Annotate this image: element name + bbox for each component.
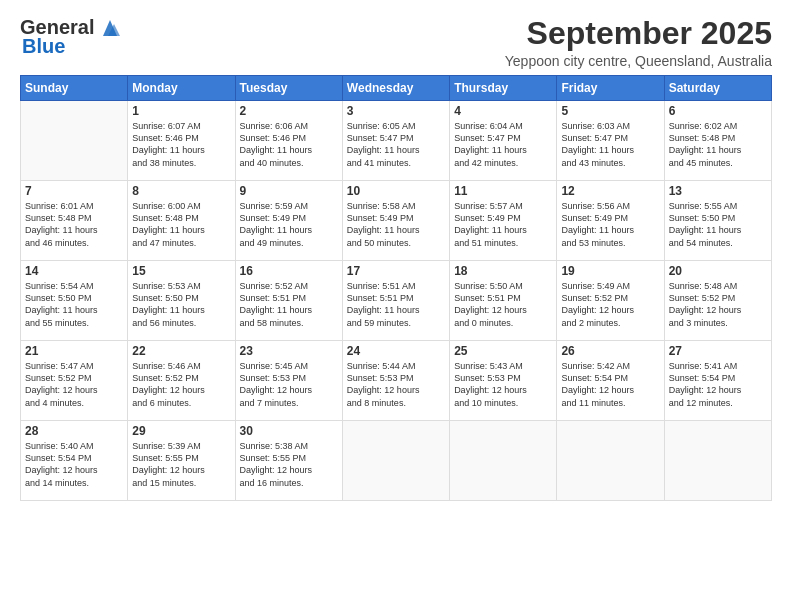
day-info: Sunrise: 5:45 AM Sunset: 5:53 PM Dayligh… [240, 360, 338, 409]
day-number: 9 [240, 184, 338, 198]
table-cell: 4Sunrise: 6:04 AM Sunset: 5:47 PM Daylig… [450, 101, 557, 181]
day-number: 4 [454, 104, 552, 118]
table-cell: 5Sunrise: 6:03 AM Sunset: 5:47 PM Daylig… [557, 101, 664, 181]
day-info: Sunrise: 5:49 AM Sunset: 5:52 PM Dayligh… [561, 280, 659, 329]
day-info: Sunrise: 5:40 AM Sunset: 5:54 PM Dayligh… [25, 440, 123, 489]
table-cell: 13Sunrise: 5:55 AM Sunset: 5:50 PM Dayli… [664, 181, 771, 261]
day-number: 25 [454, 344, 552, 358]
day-number: 2 [240, 104, 338, 118]
table-cell: 20Sunrise: 5:48 AM Sunset: 5:52 PM Dayli… [664, 261, 771, 341]
day-info: Sunrise: 5:58 AM Sunset: 5:49 PM Dayligh… [347, 200, 445, 249]
day-info: Sunrise: 6:01 AM Sunset: 5:48 PM Dayligh… [25, 200, 123, 249]
day-info: Sunrise: 5:52 AM Sunset: 5:51 PM Dayligh… [240, 280, 338, 329]
day-number: 24 [347, 344, 445, 358]
day-number: 6 [669, 104, 767, 118]
table-cell [557, 421, 664, 501]
table-cell: 16Sunrise: 5:52 AM Sunset: 5:51 PM Dayli… [235, 261, 342, 341]
week-row-5: 28Sunrise: 5:40 AM Sunset: 5:54 PM Dayli… [21, 421, 772, 501]
col-friday: Friday [557, 76, 664, 101]
logo: General Blue [20, 16, 121, 58]
day-info: Sunrise: 5:46 AM Sunset: 5:52 PM Dayligh… [132, 360, 230, 409]
day-number: 19 [561, 264, 659, 278]
header-row: Sunday Monday Tuesday Wednesday Thursday… [21, 76, 772, 101]
day-info: Sunrise: 5:42 AM Sunset: 5:54 PM Dayligh… [561, 360, 659, 409]
day-info: Sunrise: 5:41 AM Sunset: 5:54 PM Dayligh… [669, 360, 767, 409]
title-area: September 2025 Yeppoon city centre, Quee… [505, 16, 772, 69]
calendar-container: General Blue September 2025 Yeppoon city… [0, 0, 792, 612]
table-cell: 22Sunrise: 5:46 AM Sunset: 5:52 PM Dayli… [128, 341, 235, 421]
day-info: Sunrise: 5:47 AM Sunset: 5:52 PM Dayligh… [25, 360, 123, 409]
day-info: Sunrise: 5:54 AM Sunset: 5:50 PM Dayligh… [25, 280, 123, 329]
day-number: 16 [240, 264, 338, 278]
table-cell: 15Sunrise: 5:53 AM Sunset: 5:50 PM Dayli… [128, 261, 235, 341]
table-cell: 28Sunrise: 5:40 AM Sunset: 5:54 PM Dayli… [21, 421, 128, 501]
day-number: 5 [561, 104, 659, 118]
day-info: Sunrise: 5:39 AM Sunset: 5:55 PM Dayligh… [132, 440, 230, 489]
week-row-4: 21Sunrise: 5:47 AM Sunset: 5:52 PM Dayli… [21, 341, 772, 421]
day-info: Sunrise: 5:48 AM Sunset: 5:52 PM Dayligh… [669, 280, 767, 329]
table-cell: 10Sunrise: 5:58 AM Sunset: 5:49 PM Dayli… [342, 181, 449, 261]
day-info: Sunrise: 5:50 AM Sunset: 5:51 PM Dayligh… [454, 280, 552, 329]
day-info: Sunrise: 5:59 AM Sunset: 5:49 PM Dayligh… [240, 200, 338, 249]
table-cell [664, 421, 771, 501]
table-cell: 6Sunrise: 6:02 AM Sunset: 5:48 PM Daylig… [664, 101, 771, 181]
day-info: Sunrise: 5:43 AM Sunset: 5:53 PM Dayligh… [454, 360, 552, 409]
table-cell: 12Sunrise: 5:56 AM Sunset: 5:49 PM Dayli… [557, 181, 664, 261]
month-title: September 2025 [505, 16, 772, 51]
logo-icon [99, 18, 121, 38]
table-cell: 17Sunrise: 5:51 AM Sunset: 5:51 PM Dayli… [342, 261, 449, 341]
day-number: 8 [132, 184, 230, 198]
calendar-table: Sunday Monday Tuesday Wednesday Thursday… [20, 75, 772, 501]
day-info: Sunrise: 5:57 AM Sunset: 5:49 PM Dayligh… [454, 200, 552, 249]
table-cell: 11Sunrise: 5:57 AM Sunset: 5:49 PM Dayli… [450, 181, 557, 261]
header: General Blue September 2025 Yeppoon city… [20, 16, 772, 69]
day-number: 17 [347, 264, 445, 278]
table-cell: 30Sunrise: 5:38 AM Sunset: 5:55 PM Dayli… [235, 421, 342, 501]
day-number: 13 [669, 184, 767, 198]
day-number: 26 [561, 344, 659, 358]
table-cell: 9Sunrise: 5:59 AM Sunset: 5:49 PM Daylig… [235, 181, 342, 261]
week-row-1: 1Sunrise: 6:07 AM Sunset: 5:46 PM Daylig… [21, 101, 772, 181]
day-number: 12 [561, 184, 659, 198]
col-wednesday: Wednesday [342, 76, 449, 101]
col-thursday: Thursday [450, 76, 557, 101]
table-cell: 14Sunrise: 5:54 AM Sunset: 5:50 PM Dayli… [21, 261, 128, 341]
day-info: Sunrise: 5:53 AM Sunset: 5:50 PM Dayligh… [132, 280, 230, 329]
day-number: 22 [132, 344, 230, 358]
day-info: Sunrise: 6:03 AM Sunset: 5:47 PM Dayligh… [561, 120, 659, 169]
logo-blue: Blue [22, 35, 65, 58]
day-number: 11 [454, 184, 552, 198]
day-info: Sunrise: 5:56 AM Sunset: 5:49 PM Dayligh… [561, 200, 659, 249]
table-cell: 7Sunrise: 6:01 AM Sunset: 5:48 PM Daylig… [21, 181, 128, 261]
day-number: 29 [132, 424, 230, 438]
table-cell: 2Sunrise: 6:06 AM Sunset: 5:46 PM Daylig… [235, 101, 342, 181]
day-number: 15 [132, 264, 230, 278]
table-cell: 18Sunrise: 5:50 AM Sunset: 5:51 PM Dayli… [450, 261, 557, 341]
week-row-2: 7Sunrise: 6:01 AM Sunset: 5:48 PM Daylig… [21, 181, 772, 261]
day-info: Sunrise: 6:04 AM Sunset: 5:47 PM Dayligh… [454, 120, 552, 169]
day-number: 20 [669, 264, 767, 278]
table-cell: 25Sunrise: 5:43 AM Sunset: 5:53 PM Dayli… [450, 341, 557, 421]
day-number: 28 [25, 424, 123, 438]
day-number: 27 [669, 344, 767, 358]
table-cell: 21Sunrise: 5:47 AM Sunset: 5:52 PM Dayli… [21, 341, 128, 421]
day-number: 21 [25, 344, 123, 358]
col-saturday: Saturday [664, 76, 771, 101]
day-number: 14 [25, 264, 123, 278]
table-cell: 27Sunrise: 5:41 AM Sunset: 5:54 PM Dayli… [664, 341, 771, 421]
table-cell [450, 421, 557, 501]
day-info: Sunrise: 6:07 AM Sunset: 5:46 PM Dayligh… [132, 120, 230, 169]
table-cell: 19Sunrise: 5:49 AM Sunset: 5:52 PM Dayli… [557, 261, 664, 341]
table-cell: 24Sunrise: 5:44 AM Sunset: 5:53 PM Dayli… [342, 341, 449, 421]
day-number: 18 [454, 264, 552, 278]
week-row-3: 14Sunrise: 5:54 AM Sunset: 5:50 PM Dayli… [21, 261, 772, 341]
table-cell: 3Sunrise: 6:05 AM Sunset: 5:47 PM Daylig… [342, 101, 449, 181]
table-cell: 26Sunrise: 5:42 AM Sunset: 5:54 PM Dayli… [557, 341, 664, 421]
day-number: 7 [25, 184, 123, 198]
table-cell: 29Sunrise: 5:39 AM Sunset: 5:55 PM Dayli… [128, 421, 235, 501]
day-info: Sunrise: 6:00 AM Sunset: 5:48 PM Dayligh… [132, 200, 230, 249]
table-cell: 1Sunrise: 6:07 AM Sunset: 5:46 PM Daylig… [128, 101, 235, 181]
day-number: 30 [240, 424, 338, 438]
col-monday: Monday [128, 76, 235, 101]
day-number: 3 [347, 104, 445, 118]
